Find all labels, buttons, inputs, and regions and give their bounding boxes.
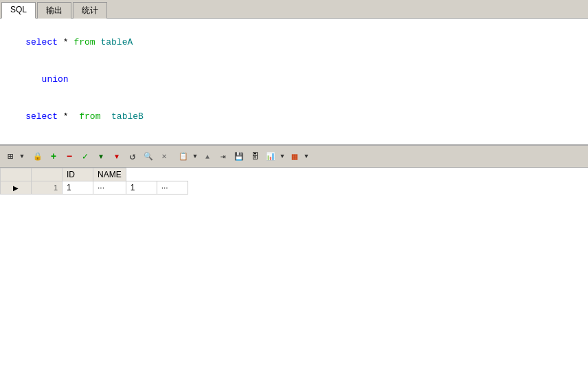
check-icon: [82, 151, 88, 162]
search-icon: [144, 151, 153, 162]
import-button[interactable]: [176, 149, 191, 164]
plus-icon: [51, 151, 56, 162]
table-row: ▶ 1 1 ··· 1 ···: [1, 181, 188, 194]
grid-toolbar: ▼ ▼ ▼ ▼: [0, 146, 588, 168]
chevron-down-icon-4: ▼: [304, 153, 308, 160]
import-icon: [179, 151, 188, 162]
clear-search-button[interactable]: [157, 149, 172, 164]
cell-name: 1: [126, 181, 157, 194]
row-arrow-cell: ▶: [1, 181, 32, 194]
chart-dropdown-arrow[interactable]: ▼: [278, 149, 286, 164]
col-header-rownum: [32, 168, 63, 181]
import-dropdown-group: ▼: [176, 149, 199, 164]
import-dropdown-arrow[interactable]: ▼: [191, 149, 199, 164]
code-line-3: select * from tableB: [4, 98, 584, 135]
db-icon: [251, 151, 259, 162]
cell-id: 1: [63, 181, 93, 194]
code-line-2: union: [4, 61, 584, 98]
search-button[interactable]: [141, 149, 156, 164]
table-icon: [292, 151, 297, 162]
delete-row-button[interactable]: [62, 149, 77, 164]
save-icon: [234, 151, 244, 162]
bottom-panel: ▼ ▼ ▼ ▼: [0, 146, 588, 378]
filter-button[interactable]: [93, 149, 109, 164]
filter-x-icon: [115, 151, 119, 162]
db-button[interactable]: [247, 149, 262, 164]
filter-down-icon: [99, 151, 103, 162]
up-arrow-icon: [205, 151, 210, 162]
lock-icon: [33, 151, 43, 162]
grid-dropdown-group: ▼: [3, 149, 26, 164]
up-arrow-button[interactable]: [200, 149, 215, 164]
sql-editor[interactable]: select * from tableA union select * from…: [0, 19, 588, 146]
refresh-icon: [129, 150, 135, 163]
chevron-down-icon-3: ▼: [280, 153, 284, 160]
chart-icon: [266, 151, 275, 162]
col-header-id[interactable]: ID: [63, 168, 93, 181]
tab-bar: SQL 输出 统计: [0, 0, 588, 19]
grid-icon: [8, 151, 13, 162]
export-icon: [220, 151, 226, 162]
grid-view-dropdown-arrow[interactable]: ▼: [18, 149, 26, 164]
export-button[interactable]: [216, 149, 231, 164]
tab-sql[interactable]: SQL: [1, 2, 36, 19]
lock-button[interactable]: [30, 149, 45, 164]
data-grid[interactable]: ID NAME ▶ 1 1 ··· 1 ···: [0, 168, 588, 378]
add-row-button[interactable]: [46, 149, 61, 164]
code-line-4: [4, 135, 584, 146]
table-dropdown-group: ▼: [287, 149, 310, 164]
cell-name-dots: ···: [157, 181, 188, 194]
col-header-name[interactable]: NAME: [93, 168, 126, 181]
cell-id-dots: ···: [93, 181, 126, 194]
chart-button[interactable]: [263, 149, 278, 164]
chart-dropdown-group: ▼: [263, 149, 286, 164]
row-number: 1: [32, 181, 63, 194]
clear-filter-button[interactable]: [109, 149, 124, 164]
col-header-indicator: [1, 168, 32, 181]
save-button[interactable]: [231, 149, 247, 164]
confirm-button[interactable]: [78, 149, 93, 164]
grid-view-button[interactable]: [3, 149, 18, 164]
table-button[interactable]: [287, 149, 302, 164]
tab-output[interactable]: 输出: [37, 2, 71, 19]
clear-icon: [161, 151, 166, 162]
minus-icon: [67, 151, 72, 162]
tab-stats[interactable]: 统计: [73, 2, 107, 19]
table-dropdown-arrow[interactable]: ▼: [302, 149, 310, 164]
refresh-button[interactable]: [125, 149, 140, 164]
chevron-down-icon-2: ▼: [193, 153, 196, 160]
result-table: ID NAME ▶ 1 1 ··· 1 ···: [0, 168, 188, 194]
chevron-down-icon: ▼: [20, 153, 23, 160]
code-line-1: select * from tableA: [4, 24, 584, 61]
